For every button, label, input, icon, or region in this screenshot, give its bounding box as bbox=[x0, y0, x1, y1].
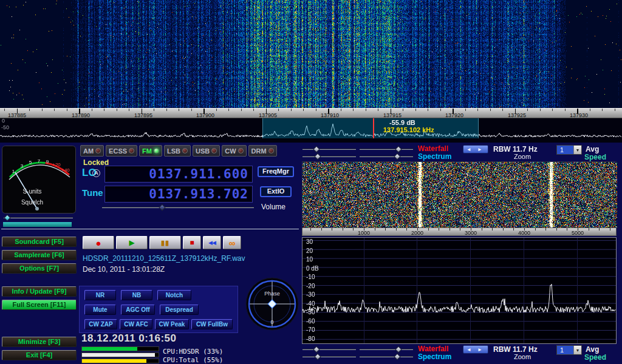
slider-groove[interactable] bbox=[360, 356, 413, 357]
zoomed-waterfall-canvas[interactable] bbox=[302, 162, 617, 228]
slider-thumb[interactable] bbox=[313, 346, 320, 352]
nb-button[interactable]: NB bbox=[121, 290, 152, 300]
avg-dropdown-bottom[interactable]: 1 ▼ bbox=[556, 345, 582, 355]
cpu-hdsdr-readout: CPU:HDSDR (33%) bbox=[163, 348, 223, 356]
zoomed-spectrum[interactable]: 30 20 10 0 dB -10 -20 -30 -40 -50 -60 -7… bbox=[302, 237, 617, 344]
s-meter[interactable]: 1 3 5 7 9 +20 +40 S-units Squelch bbox=[2, 146, 76, 214]
agc-button[interactable]: AGC Off bbox=[121, 305, 155, 315]
main-waterfall[interactable] bbox=[0, 0, 622, 108]
loop-icon: ∞ bbox=[229, 238, 236, 248]
slider-groove[interactable] bbox=[302, 349, 356, 350]
spec-brightness-slider-top[interactable] bbox=[302, 153, 356, 160]
dsp-panel: NR NB Notch Mute AGC Off Despread CW ZAP… bbox=[79, 286, 238, 333]
notch-button[interactable]: Notch bbox=[157, 290, 191, 300]
spectrum-toggle-bottom[interactable]: Spectrum bbox=[418, 352, 451, 361]
mode-fm-button[interactable]: FM bbox=[139, 145, 162, 157]
volume-slider[interactable] bbox=[102, 204, 254, 211]
mode-lsb-button[interactable]: LSB bbox=[164, 145, 191, 157]
loop-button[interactable]: ∞ bbox=[223, 236, 241, 249]
soundcard-button[interactable]: Soundcard [F5] bbox=[2, 237, 77, 247]
chevron-down-icon[interactable]: ▼ bbox=[573, 146, 581, 154]
info-update-button[interactable]: Info / Update [F9] bbox=[2, 286, 77, 297]
samplerate-button[interactable]: Samplerate [F6] bbox=[2, 250, 77, 260]
slider-thumb[interactable] bbox=[313, 146, 320, 152]
datetime-display[interactable]: 18.12.2011 0:16:50 bbox=[81, 332, 176, 345]
slider-thumb[interactable] bbox=[395, 146, 402, 152]
zoomed-spectrum-canvas[interactable] bbox=[302, 238, 616, 343]
mode-led-icon bbox=[268, 148, 274, 153]
slider-thumb[interactable] bbox=[394, 353, 400, 360]
avg-dropdown-top[interactable]: 1 ▼ bbox=[556, 145, 582, 155]
squelch-slider[interactable] bbox=[4, 214, 73, 221]
spectrum-toggle-top[interactable]: Spectrum bbox=[418, 152, 451, 161]
slider-thumb[interactable] bbox=[314, 353, 321, 360]
minimize-button[interactable]: Minimize [F3] bbox=[2, 337, 77, 347]
zoomed-waterfall[interactable] bbox=[302, 161, 617, 227]
squelch-slider-thumb[interactable] bbox=[4, 214, 10, 221]
level-meter-yellow bbox=[81, 359, 159, 363]
wf-brightness-slider-top[interactable] bbox=[302, 146, 356, 153]
ruler-label: 137910 bbox=[321, 112, 339, 118]
options-button[interactable]: Options [F7] bbox=[2, 263, 77, 274]
tune-label: Tune bbox=[82, 187, 103, 198]
rewind-button[interactable]: ◀◀ bbox=[203, 236, 221, 249]
phase-dial[interactable]: Phase 0 bbox=[245, 277, 299, 331]
mode-cw-button[interactable]: CW bbox=[222, 145, 246, 157]
play-button[interactable]: ▶ bbox=[116, 236, 148, 249]
exit-button[interactable]: Exit [F4] bbox=[2, 350, 77, 360]
mute-button[interactable]: Mute bbox=[84, 305, 116, 315]
zoom-arrows-bottom[interactable]: ◄ ► bbox=[463, 345, 488, 354]
slider-thumb[interactable] bbox=[314, 153, 321, 160]
cw-afc-button[interactable]: CW AFC bbox=[120, 319, 152, 329]
slider-groove[interactable] bbox=[302, 356, 356, 357]
pause-button[interactable]: ▮▮ bbox=[149, 236, 181, 249]
zoomed-frequency-scale[interactable]: 1000 2000 3000 4000 5000 bbox=[302, 228, 617, 236]
tune-frequency-display[interactable]: 0137.913.702 bbox=[104, 186, 253, 203]
rbw-readout-top[interactable]: RBW 11.7 Hz bbox=[493, 145, 538, 153]
avg-dropdown-value: 1 bbox=[557, 146, 573, 154]
volume-slider-groove[interactable] bbox=[102, 207, 254, 208]
record-button[interactable]: ● bbox=[83, 236, 114, 249]
wf-contrast-slider-bottom[interactable] bbox=[360, 346, 413, 353]
despread-button[interactable]: Despread bbox=[160, 305, 199, 315]
spec-contrast-slider-bottom[interactable] bbox=[360, 353, 413, 360]
ruler-label: 137890 bbox=[72, 112, 90, 118]
slider-groove[interactable] bbox=[360, 149, 413, 150]
spec-contrast-slider-top[interactable] bbox=[360, 153, 413, 160]
mode-drm-button[interactable]: DRM bbox=[248, 145, 277, 157]
vfo-a-badge[interactable]: A bbox=[92, 169, 100, 177]
waterfall-toggle-bottom[interactable]: Waterfall bbox=[418, 345, 448, 353]
slider-groove[interactable] bbox=[360, 349, 413, 350]
squelch-slider-groove[interactable] bbox=[4, 217, 73, 218]
extio-button[interactable]: ExtIO bbox=[260, 186, 292, 197]
fullscreen-button[interactable]: Full Screen [F11] bbox=[2, 300, 77, 310]
overview-spectrum[interactable]: 0 -50 -55.9 dB 137.915.102 kHz bbox=[0, 118, 622, 143]
slider-groove[interactable] bbox=[302, 149, 356, 150]
spec-brightness-slider-bottom[interactable] bbox=[302, 353, 356, 360]
slider-thumb[interactable] bbox=[394, 153, 400, 160]
pause-icon: ▮▮ bbox=[161, 239, 169, 247]
nr-button[interactable]: NR bbox=[84, 290, 116, 300]
passband-region[interactable] bbox=[262, 118, 479, 138]
stop-button[interactable]: ■ bbox=[183, 236, 201, 249]
volume-slider-thumb[interactable] bbox=[159, 204, 165, 211]
mode-am-button[interactable]: AM bbox=[80, 145, 104, 157]
cw-peak-button[interactable]: CW Peak bbox=[155, 319, 189, 329]
waterfall-toggle-top[interactable]: Waterfall bbox=[418, 144, 448, 153]
mode-usb-button[interactable]: USB bbox=[193, 145, 220, 157]
chevron-down-icon[interactable]: ▼ bbox=[573, 346, 581, 354]
cw-fullbw-button[interactable]: CW FullBw bbox=[191, 319, 233, 329]
lo-frequency-display[interactable]: 0137.911.600 bbox=[104, 166, 253, 183]
frequency-ruler[interactable]: 137885 137890 137895 137900 137905 13791… bbox=[0, 108, 622, 118]
cw-zap-button[interactable]: CW ZAP bbox=[84, 319, 117, 329]
slider-groove[interactable] bbox=[302, 156, 356, 157]
wf-brightness-slider-bottom[interactable] bbox=[302, 346, 356, 353]
slider-groove[interactable] bbox=[360, 156, 413, 157]
main-waterfall-canvas[interactable] bbox=[0, 0, 622, 108]
freqmgr-button[interactable]: FreqMgr bbox=[258, 166, 294, 177]
rbw-readout-bottom[interactable]: RBW 11.7 Hz bbox=[493, 345, 538, 354]
slider-thumb[interactable] bbox=[395, 346, 402, 352]
mode-ecss-button[interactable]: ECSS bbox=[106, 145, 137, 157]
wf-contrast-slider-top[interactable] bbox=[360, 146, 413, 153]
zoom-arrows-top[interactable]: ◄ ► bbox=[463, 145, 488, 153]
